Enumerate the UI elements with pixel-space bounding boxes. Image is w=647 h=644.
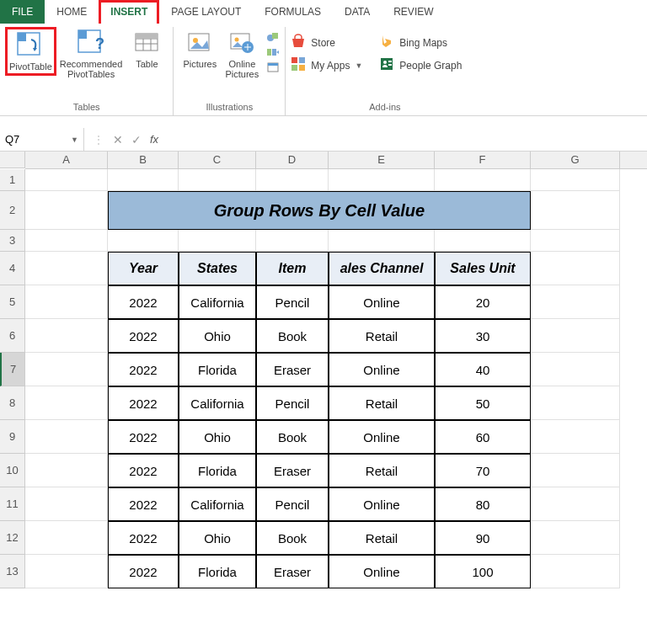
cell[interactable] <box>25 353 108 386</box>
cell[interactable] <box>25 420 108 454</box>
cell-channel[interactable]: Retail <box>329 521 435 555</box>
cell-year[interactable]: 2022 <box>108 487 179 521</box>
row-header[interactable]: 1 <box>0 169 25 191</box>
cell[interactable] <box>435 169 531 191</box>
cell-channel[interactable]: Online <box>329 555 435 588</box>
cell[interactable] <box>531 252 620 285</box>
cell[interactable] <box>435 230 531 252</box>
cell-state[interactable]: California <box>179 487 256 521</box>
cell-year[interactable]: 2022 <box>108 420 179 454</box>
row-header[interactable]: 8 <box>0 386 25 420</box>
cell[interactable] <box>531 191 620 230</box>
header-unit[interactable]: Sales Unit <box>435 252 531 285</box>
cell-year[interactable]: 2022 <box>108 521 179 555</box>
cell-state[interactable]: California <box>179 386 256 420</box>
row-header[interactable]: 9 <box>0 420 25 454</box>
smartart-button[interactable] <box>266 45 280 59</box>
formula-input[interactable] <box>167 133 647 146</box>
row-header[interactable]: 5 <box>0 285 25 319</box>
cell[interactable] <box>25 230 108 252</box>
cell[interactable] <box>108 230 179 252</box>
cell-channel[interactable]: Retail <box>329 454 435 487</box>
cell[interactable] <box>531 285 620 319</box>
col-header-d[interactable]: D <box>256 152 329 168</box>
title-cell[interactable]: Group Rows By Cell Value <box>108 191 531 230</box>
tab-file[interactable]: FILE <box>0 0 45 24</box>
cell[interactable] <box>531 555 620 588</box>
row-header[interactable]: 2 <box>0 191 25 230</box>
cell[interactable] <box>531 454 620 487</box>
select-all-triangle[interactable] <box>0 152 25 168</box>
header-channel[interactable]: ales Channel <box>329 252 435 285</box>
table-button[interactable]: Table <box>126 27 168 71</box>
cell-item[interactable]: Book <box>256 319 329 353</box>
cell-state[interactable]: California <box>179 285 256 319</box>
cell-channel[interactable]: Online <box>329 285 435 319</box>
col-header-a[interactable]: A <box>25 152 108 168</box>
cell[interactable] <box>25 319 108 353</box>
cell-item[interactable]: Pencil <box>256 386 329 420</box>
cell-item[interactable]: Eraser <box>256 454 329 487</box>
cell-year[interactable]: 2022 <box>108 555 179 588</box>
cell[interactable] <box>179 169 256 191</box>
cell-item[interactable]: Pencil <box>256 487 329 521</box>
tab-home[interactable]: HOME <box>45 0 99 24</box>
col-header-c[interactable]: C <box>179 152 256 168</box>
row-header[interactable]: 12 <box>0 521 25 555</box>
cell-channel[interactable]: Retail <box>329 386 435 420</box>
row-header[interactable]: 3 <box>0 230 25 252</box>
cell-unit[interactable]: 70 <box>435 454 531 487</box>
cell[interactable] <box>25 521 108 555</box>
cell[interactable] <box>531 319 620 353</box>
cell-unit[interactable]: 60 <box>435 420 531 454</box>
tab-data[interactable]: DATA <box>333 0 382 24</box>
cell[interactable] <box>25 169 108 191</box>
cell[interactable] <box>531 230 620 252</box>
cell[interactable] <box>25 191 108 230</box>
row-header[interactable]: 10 <box>0 454 25 487</box>
tab-formulas[interactable]: FORMULAS <box>253 0 333 24</box>
online-pictures-button[interactable]: Online Pictures <box>221 27 263 81</box>
cancel-icon[interactable]: ✕ <box>113 133 123 146</box>
cell-state[interactable]: Florida <box>179 353 256 386</box>
name-box[interactable]: Q7 ▼ <box>0 128 84 151</box>
row-header[interactable]: 7 <box>0 353 25 386</box>
cell-channel[interactable]: Online <box>329 487 435 521</box>
header-item[interactable]: Item <box>256 252 329 285</box>
cell[interactable] <box>329 230 435 252</box>
pivottable-button[interactable]: PivotTable <box>5 27 56 76</box>
col-header-g[interactable]: G <box>531 152 620 168</box>
cell[interactable] <box>108 169 179 191</box>
cell-unit[interactable]: 40 <box>435 353 531 386</box>
shapes-button[interactable] <box>266 30 280 44</box>
row-header[interactable]: 4 <box>0 252 25 285</box>
cell-state[interactable]: Florida <box>179 555 256 588</box>
myapps-button[interactable]: My Apps ▼ <box>291 56 362 74</box>
cell[interactable] <box>25 285 108 319</box>
cell-year[interactable]: 2022 <box>108 319 179 353</box>
cell[interactable] <box>531 521 620 555</box>
cell-state[interactable]: Ohio <box>179 319 256 353</box>
cell[interactable] <box>531 353 620 386</box>
cell-item[interactable]: Pencil <box>256 285 329 319</box>
col-header-f[interactable]: F <box>435 152 531 168</box>
tab-insert[interactable]: INSERT <box>99 0 159 24</box>
cell-unit[interactable]: 30 <box>435 319 531 353</box>
cell-state[interactable]: Ohio <box>179 521 256 555</box>
pictures-button[interactable]: Pictures <box>179 27 221 71</box>
bingmaps-button[interactable]: Bing Maps <box>379 34 462 51</box>
row-header[interactable]: 13 <box>0 555 25 588</box>
tab-page-layout[interactable]: PAGE LAYOUT <box>159 0 253 24</box>
recommended-pivottables-button[interactable]: ? Recommended PivotTables <box>56 27 126 81</box>
cell[interactable] <box>25 555 108 588</box>
store-button[interactable]: Store <box>291 34 362 51</box>
cell-unit[interactable]: 80 <box>435 487 531 521</box>
cell-year[interactable]: 2022 <box>108 353 179 386</box>
name-box-dropdown-icon[interactable]: ▼ <box>71 136 78 144</box>
cell-unit[interactable]: 90 <box>435 521 531 555</box>
cell-unit[interactable]: 50 <box>435 386 531 420</box>
cell-state[interactable]: Florida <box>179 454 256 487</box>
cell-item[interactable]: Eraser <box>256 555 329 588</box>
cell[interactable] <box>25 386 108 420</box>
row-header[interactable]: 6 <box>0 319 25 353</box>
